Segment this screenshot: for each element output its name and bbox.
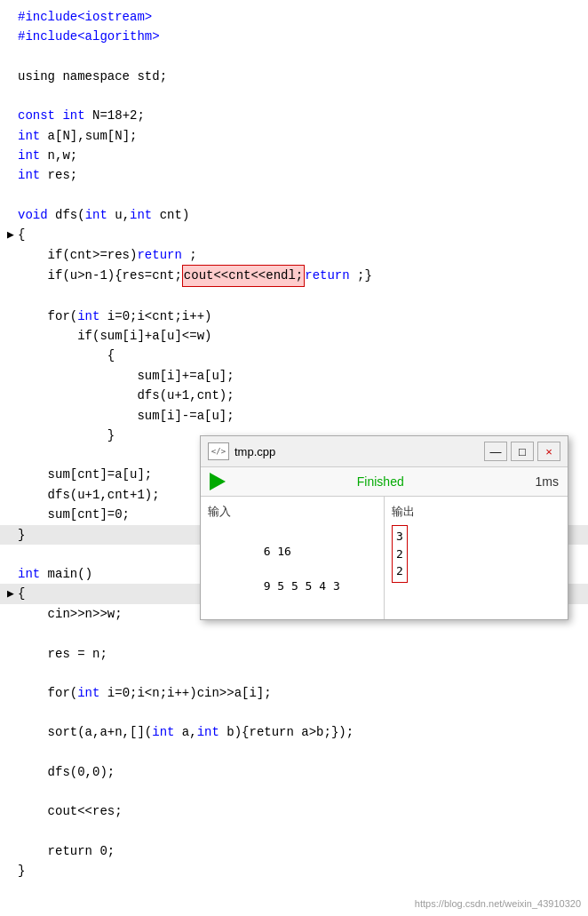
code-token: int xyxy=(18,165,40,185)
code-token: { xyxy=(18,346,115,365)
code-line xyxy=(0,664,588,683)
maximize-button[interactable]: □ xyxy=(511,442,534,461)
code-token: int xyxy=(77,683,99,703)
output-line-2: 2 xyxy=(396,547,403,561)
code-token: for( xyxy=(18,307,77,326)
output-line-1: 3 xyxy=(396,530,403,543)
code-line: #include<iostream> xyxy=(0,7,588,27)
code-token: ;} xyxy=(350,266,372,285)
arrow xyxy=(7,168,18,185)
code-token: return 0; xyxy=(18,841,115,861)
arrow xyxy=(7,864,18,880)
code-token: void xyxy=(18,205,48,225)
code-token: int xyxy=(130,205,152,225)
arrow xyxy=(7,528,18,545)
dialog-toolbar: Finished 1ms xyxy=(201,467,568,497)
code-token: ; xyxy=(182,245,197,265)
input-text: 6 16 9 5 5 5 4 3 xyxy=(208,525,377,612)
code-token: i=0;i<cnt;i++) xyxy=(99,307,211,326)
code-token: sum[cnt]=a[u]; xyxy=(18,465,152,484)
code-line: sum[i]+=a[u]; xyxy=(0,366,588,386)
code-token: dfs(0,0); xyxy=(18,762,115,782)
input-header: 输入 xyxy=(208,504,377,520)
code-token: i=0;i<n;i++)cin>>a[i]; xyxy=(99,683,271,703)
code-token: using namespace std; xyxy=(18,67,167,86)
code-line: ▶ { xyxy=(0,225,588,245)
minimize-button[interactable]: — xyxy=(484,442,507,461)
run-button[interactable] xyxy=(210,473,226,490)
code-token: sum[i]+=a[u]; xyxy=(18,366,234,386)
code-token: dfs(u+1,cnt); xyxy=(18,386,234,405)
arrow xyxy=(7,822,18,839)
arrow xyxy=(7,567,18,584)
time-text: 1ms xyxy=(536,474,559,489)
code-line: { xyxy=(0,346,588,365)
code-line: dfs(u+1,cnt); xyxy=(0,386,588,405)
arrow xyxy=(7,129,18,146)
input-column: 输入 6 16 9 5 5 5 4 3 xyxy=(201,497,384,619)
code-line: const int N=18+2; xyxy=(0,106,588,125)
code-line xyxy=(0,822,588,841)
arrow xyxy=(7,844,18,861)
watermark: https://blog.csdn.net/weixin_43910320 xyxy=(415,898,581,909)
code-token: N=18+2; xyxy=(85,106,145,125)
code-token: if(u>n-1){res=cnt; xyxy=(18,266,182,285)
code-token: int xyxy=(152,722,174,742)
output-column: 输出 3 2 2 xyxy=(384,497,568,619)
arrow xyxy=(7,428,18,445)
code-line: int n,w; xyxy=(0,146,588,165)
code-line xyxy=(0,86,588,106)
arrow xyxy=(7,47,18,64)
code-token: sum[i]-=a[u]; xyxy=(18,406,234,426)
code-token: int xyxy=(85,205,107,225)
code-token: cnt) xyxy=(152,205,189,225)
arrow xyxy=(7,287,18,304)
code-token: #include<algorithm> xyxy=(18,27,160,46)
dialog-title-left: </> tmp.cpp xyxy=(208,442,275,460)
arrow xyxy=(7,208,18,225)
input-line-1: 6 16 xyxy=(264,545,291,558)
code-token: dfs( xyxy=(48,205,85,225)
input-line-2: 9 5 5 5 4 3 xyxy=(264,579,340,593)
arrow xyxy=(7,686,18,703)
code-line: for(int i=0;i<n;i++)cin>>a[i]; xyxy=(0,683,588,703)
code-token: const xyxy=(18,106,62,125)
code-token: if(sum[i]+a[u]<=w) xyxy=(18,326,211,346)
code-line: sum[i]-=a[u]; xyxy=(0,406,588,426)
dialog-icon-text: </> xyxy=(211,447,226,456)
code-line: return 0; xyxy=(0,841,588,861)
code-token: return xyxy=(305,266,349,285)
code-token: a[N],sum[N]; xyxy=(40,126,137,146)
code-token: int xyxy=(77,307,99,326)
code-line: sort(a,a+n,[](int a,int b){return a>b;})… xyxy=(0,722,588,742)
arrow-indicator: ▶ xyxy=(7,585,18,604)
status-text: Finished xyxy=(236,474,525,489)
code-line xyxy=(0,703,588,722)
code-line xyxy=(0,47,588,67)
arrow xyxy=(7,86,18,103)
dialog-file-icon: </> xyxy=(208,442,229,460)
code-line: int a[N],sum[N]; xyxy=(0,126,588,146)
code-token: int xyxy=(18,126,40,146)
arrow xyxy=(7,545,18,562)
run-dialog: </> tmp.cpp — □ × Finished 1ms 输入 6 16 9… xyxy=(200,435,568,620)
arrow xyxy=(7,743,18,760)
code-token: if(cnt>=res) xyxy=(18,245,137,265)
close-button[interactable]: × xyxy=(537,442,560,461)
arrow xyxy=(7,703,18,720)
code-line: } xyxy=(0,861,588,880)
dialog-titlebar: </> tmp.cpp — □ × xyxy=(201,436,568,467)
code-line: res = n; xyxy=(0,644,588,664)
code-token: res; xyxy=(40,165,77,185)
arrow xyxy=(7,765,18,782)
arrow xyxy=(7,804,18,821)
arrow xyxy=(7,248,18,265)
arrow xyxy=(7,309,18,326)
arrow xyxy=(7,664,18,681)
arrow xyxy=(7,607,18,624)
arrow-indicator: ▶ xyxy=(7,227,18,245)
dialog-content: 输入 6 16 9 5 5 5 4 3 输出 3 2 2 xyxy=(201,497,568,619)
code-line: if(u>n-1){res=cnt;cout<<cnt<<endl;return… xyxy=(0,265,588,286)
code-line: using namespace std; xyxy=(0,67,588,86)
code-token: u, xyxy=(107,205,130,225)
